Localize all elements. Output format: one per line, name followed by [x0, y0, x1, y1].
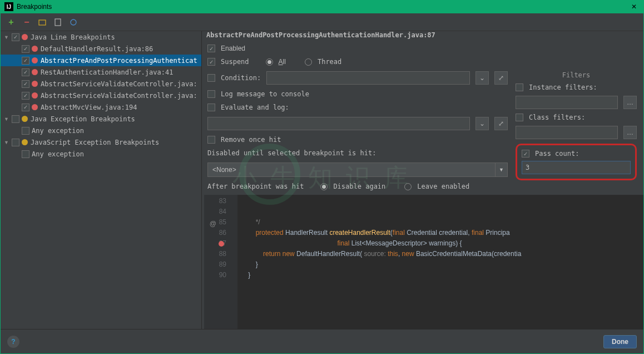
checkbox-icon[interactable]	[22, 127, 29, 135]
more-icon[interactable]: …	[623, 126, 637, 139]
chevron-down-icon: ▼	[495, 163, 507, 176]
tree-group[interactable]: ▼ Java Exception Breakpoints	[1, 113, 201, 125]
filters-title: Filters	[516, 71, 637, 79]
leave-enabled-label: Leave enabled	[417, 183, 469, 190]
dialog-footer: ? Done	[1, 329, 643, 353]
enabled-label: Enabled	[221, 45, 245, 52]
remove-once-hit-checkbox[interactable]	[207, 136, 215, 144]
checkbox-icon[interactable]	[22, 104, 29, 111]
history-icon[interactable]: ⌄	[475, 71, 489, 85]
condition-label: Condition:	[221, 74, 261, 82]
evaluate-log-checkbox[interactable]	[207, 104, 215, 111]
more-icon[interactable]: …	[623, 96, 637, 109]
suspend-all-radio[interactable]	[266, 58, 273, 66]
suspend-all-label: All	[279, 58, 286, 66]
breakpoint-icon	[32, 46, 38, 52]
add-breakpoint-icon[interactable]: +	[6, 17, 16, 27]
evaluate-input[interactable]	[207, 117, 470, 130]
tree-item[interactable]: AbstractPreAndPostProcessingAuthenticat	[1, 55, 201, 66]
breakpoint-tree: ▼ Java Line Breakpoints DefaultHandlerRe…	[1, 31, 202, 329]
after-hit-label: After breakpoint was hit	[207, 183, 304, 190]
titlebar: IJ Breakpoints ✕	[0, 0, 644, 13]
instance-filters-input[interactable]	[516, 96, 618, 109]
checkbox-icon[interactable]	[22, 57, 29, 65]
breakpoint-icon	[32, 57, 38, 63]
tree-item[interactable]: DefaultHandlerResult.java:86	[1, 43, 201, 55]
condition-input[interactable]	[266, 71, 470, 85]
condition-checkbox[interactable]	[207, 74, 215, 82]
close-icon[interactable]: ✕	[628, 3, 640, 11]
checkbox-icon[interactable]	[22, 80, 29, 88]
leave-enabled-radio[interactable]	[404, 183, 412, 190]
group-by-package-icon[interactable]	[37, 17, 47, 27]
class-filters-checkbox[interactable]	[516, 114, 523, 121]
tree-item[interactable]: Any exception	[1, 148, 201, 160]
tree-item[interactable]: Any exception	[1, 125, 201, 136]
disabled-until-select[interactable]: <None> ▼	[207, 163, 508, 177]
remove-breakpoint-icon[interactable]: −	[22, 17, 32, 27]
breakpoint-icon	[32, 104, 38, 110]
breakpoint-icon	[32, 92, 38, 99]
breakpoint-details: AbstractPreAndPostProcessingAuthenticati…	[202, 31, 643, 329]
breakpoint-icon	[32, 81, 38, 87]
log-console-checkbox[interactable]	[207, 90, 215, 98]
window-title: Breakpoints	[17, 3, 628, 11]
pass-count-input[interactable]	[522, 161, 631, 174]
checkbox-icon[interactable]	[12, 33, 19, 41]
svg-rect-0	[39, 20, 46, 25]
exception-breakpoint-icon	[22, 139, 28, 145]
suspend-thread-radio[interactable]	[305, 58, 312, 66]
disable-again-label: Disable again	[333, 183, 385, 190]
svg-rect-1	[55, 19, 61, 26]
code-preview: 83 84 85@ 86 87 88 89 90 */ protected Ha…	[204, 195, 643, 329]
tree-item[interactable]: AbstractServiceValidateController.java:	[1, 90, 201, 101]
pass-count-highlight: Pass count:	[516, 144, 637, 180]
breakpoint-gutter-icon[interactable]	[219, 241, 224, 247]
done-button[interactable]: Done	[603, 335, 637, 348]
help-icon[interactable]: ?	[7, 336, 19, 348]
evaluate-log-label: Evaluate and log:	[221, 104, 289, 111]
tree-item[interactable]: AbstractMvcView.java:194	[1, 101, 201, 113]
code-lines: */ protected HandlerResult createHandler…	[237, 195, 643, 329]
tree-item[interactable]: RestAuthenticationHandler.java:41	[1, 66, 201, 78]
disable-again-radio[interactable]	[320, 183, 328, 190]
suspend-label: Suspend	[221, 58, 249, 66]
history-icon[interactable]: ⌄	[475, 117, 489, 130]
group-by-class-icon[interactable]	[68, 17, 78, 27]
expand-icon[interactable]: ⤢	[494, 117, 508, 130]
expand-icon[interactable]: ⤢	[494, 71, 508, 85]
suspend-thread-label: Thread	[318, 58, 341, 66]
instance-filters-checkbox[interactable]	[516, 83, 523, 91]
breakpoint-icon	[22, 34, 28, 40]
tree-group[interactable]: ▼ JavaScript Exception Breakpoints	[1, 136, 201, 148]
suspend-checkbox[interactable]	[207, 58, 215, 66]
breakpoint-file-header: AbstractPreAndPostProcessingAuthenticati…	[204, 31, 643, 45]
checkbox-icon[interactable]	[12, 115, 19, 123]
class-filters-label: Class filters:	[529, 114, 585, 121]
enabled-checkbox[interactable]	[207, 45, 215, 52]
exception-breakpoint-icon	[22, 116, 28, 122]
toolbar: + −	[1, 13, 643, 31]
tree-item[interactable]: AbstractServiceValidateController.java:	[1, 78, 201, 90]
svg-point-2	[71, 19, 76, 25]
disabled-until-label: Disabled until selected breakpoint is hi…	[207, 149, 508, 157]
checkbox-icon[interactable]	[22, 150, 29, 158]
checkbox-icon[interactable]	[22, 92, 29, 100]
gutter: 83 84 85@ 86 87 88 89 90	[204, 195, 237, 329]
group-by-file-icon[interactable]	[53, 17, 63, 27]
log-console-label: Log message to console	[221, 90, 309, 98]
class-filters-input[interactable]	[516, 126, 618, 139]
breakpoint-icon	[32, 69, 38, 75]
pass-count-label: Pass count:	[535, 150, 579, 158]
checkbox-icon[interactable]	[22, 68, 29, 76]
instance-filters-label: Instance filters:	[529, 83, 597, 91]
checkbox-icon[interactable]	[12, 139, 19, 146]
app-icon: IJ	[4, 2, 13, 11]
tree-group[interactable]: ▼ Java Line Breakpoints	[1, 31, 201, 43]
remove-once-hit-label: Remove once hit	[221, 136, 281, 144]
checkbox-icon[interactable]	[22, 45, 29, 53]
pass-count-checkbox[interactable]	[522, 150, 529, 158]
